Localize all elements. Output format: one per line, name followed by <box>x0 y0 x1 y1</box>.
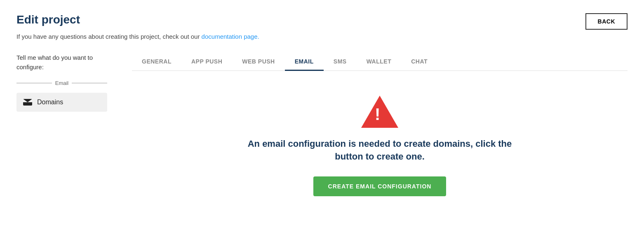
sidebar-item-domains[interactable]: Domains <box>16 93 107 112</box>
sidebar-section-label: Email <box>16 80 107 86</box>
page-container: Edit project If you have any questions a… <box>0 0 644 209</box>
warning-icon <box>361 96 398 128</box>
subtitle-text: If you have any questions about creating… <box>16 33 202 40</box>
sidebar: Tell me what do you want to configure: E… <box>16 53 107 196</box>
warning-content: An email configuration is needed to crea… <box>132 87 628 196</box>
tab-chat[interactable]: CHAT <box>401 53 437 71</box>
subtitle: If you have any questions about creating… <box>16 33 628 40</box>
documentation-link[interactable]: documentation page. <box>202 33 259 40</box>
configure-text: Tell me what do you want to configure: <box>16 53 107 72</box>
sidebar-item-label: Domains <box>37 99 63 106</box>
create-email-config-button[interactable]: CREATE EMAIL CONFIGURATION <box>313 176 447 196</box>
warning-message: An email configuration is needed to crea… <box>240 138 520 163</box>
tab-general[interactable]: GENERAL <box>132 53 181 71</box>
mail-icon <box>23 99 32 106</box>
page-title: Edit project <box>16 13 628 26</box>
tab-web-push[interactable]: WEB PUSH <box>232 53 284 71</box>
content-area: GENERAL APP PUSH WEB PUSH EMAIL SMS WALL… <box>107 53 628 196</box>
tab-email[interactable]: EMAIL <box>285 53 324 71</box>
back-button[interactable]: BACK <box>585 13 628 30</box>
tab-sms[interactable]: SMS <box>324 53 357 71</box>
tab-wallet[interactable]: WALLET <box>357 53 402 71</box>
tabs: GENERAL APP PUSH WEB PUSH EMAIL SMS WALL… <box>132 53 628 71</box>
tab-app-push[interactable]: APP PUSH <box>181 53 232 71</box>
main-layout: Tell me what do you want to configure: E… <box>16 53 628 196</box>
